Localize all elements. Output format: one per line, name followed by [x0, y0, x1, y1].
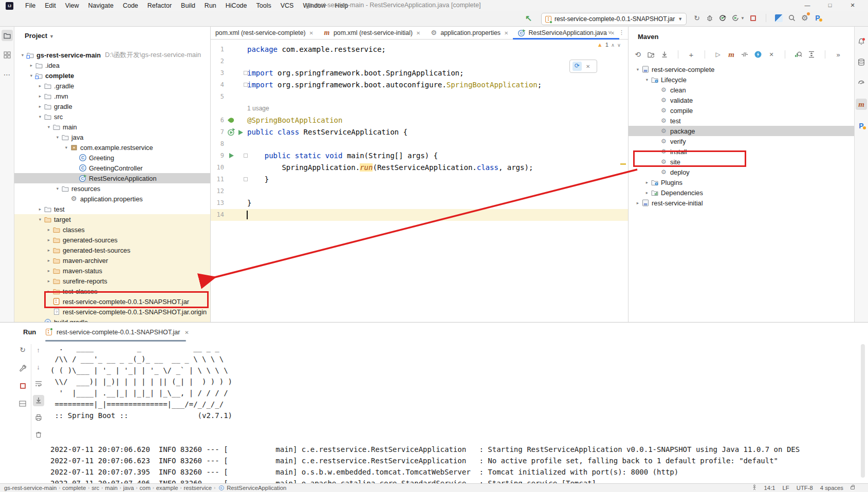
chevron-down-icon[interactable]: ▾	[635, 67, 641, 72]
console-tool-down-icon[interactable]: ↓	[33, 361, 44, 372]
tool-button-more-icon[interactable]: ⋯	[2, 69, 13, 80]
console-output[interactable]: . ____ _ __ _ _ /\\ / ___'_ __ _ _(_)_ _…	[50, 342, 857, 484]
code-line-12[interactable]: 12	[211, 185, 628, 197]
maven-item-site[interactable]: ⚙site	[629, 157, 854, 167]
menu-edit[interactable]: Edit	[40, 1, 61, 10]
chevron-right-icon[interactable]: ▸	[46, 278, 52, 283]
maven-item-verify[interactable]: ⚙verify	[629, 136, 854, 146]
lock-icon[interactable]	[851, 486, 855, 489]
project-item-test-classes[interactable]: ▸test-classes	[14, 286, 210, 296]
chevron-right-icon[interactable]: ▸	[46, 248, 52, 253]
tool-button-maven-m-icon[interactable]: m	[856, 99, 867, 110]
code-line-13[interactable]: 13}	[211, 197, 628, 209]
status-14-1[interactable]: 14:1	[764, 485, 775, 491]
chevron-down-icon[interactable]: ▾	[54, 186, 61, 191]
editor-tab-application.properties[interactable]: ⚙application.properties✕	[425, 27, 513, 39]
close-button[interactable]: ✕	[841, 0, 864, 11]
run-configuration-select[interactable]: rest-service-complete-0.0.1-SNAPSHOT.jar…	[541, 13, 687, 25]
code-line-5[interactable]: 5	[211, 91, 628, 103]
close-icon[interactable]: ✕	[586, 64, 590, 69]
debug-icon[interactable]	[706, 14, 714, 22]
console-tool-trash-icon[interactable]	[33, 429, 44, 440]
chevrons-icon[interactable]: »	[834, 50, 842, 59]
tool-button-structure-icon[interactable]	[2, 49, 13, 61]
maven-m-icon[interactable]: m	[727, 50, 735, 59]
run-goal-icon[interactable]: ▷	[714, 50, 722, 59]
close-icon[interactable]: ✕	[184, 330, 189, 335]
chevron-right-icon[interactable]: ▸	[37, 104, 43, 109]
project-item-.mvn[interactable]: ▸.mvn	[14, 91, 210, 101]
project-item-gradle[interactable]: ▸gradle	[14, 101, 210, 111]
project-panel-header[interactable]: Project▼	[25, 32, 54, 40]
code-line-6[interactable]: 6@SpringBootApplication	[211, 115, 628, 126]
breadcrumb-item-restserviceapplication[interactable]: RestServiceApplication	[227, 485, 286, 491]
run-class-icon[interactable]	[227, 128, 235, 136]
breadcrumb-item-example[interactable]: example	[156, 485, 178, 491]
menu-file[interactable]: File	[21, 1, 40, 10]
maximize-button[interactable]: □	[819, 0, 841, 11]
maven-item-rest-service-complete[interactable]: ▾mrest-service-complete	[629, 64, 854, 74]
editor-tab-restserviceapplication.java[interactable]: CRestServiceApplication.java✕	[513, 27, 619, 39]
chevron-right-icon[interactable]: ▸	[46, 258, 52, 263]
run-tool-rerun-icon[interactable]: ↻	[17, 344, 28, 355]
minimize-button[interactable]: —	[796, 0, 819, 11]
code-line-9[interactable]: 9 public static void main(String[] args)…	[211, 150, 628, 162]
code-line-7[interactable]: 7public class RestServiceApplication {	[211, 126, 628, 138]
project-item-.gradle[interactable]: ▸.gradle	[14, 81, 210, 91]
close-icon[interactable]: ✕	[309, 30, 313, 36]
close-icon[interactable]: ✕	[767, 50, 775, 59]
code-line-10[interactable]: 10 SpringApplication.run(RestServiceAppl…	[211, 162, 628, 174]
menu-vcs[interactable]: VCS	[276, 1, 299, 10]
chevron-right-icon[interactable]: ▸	[46, 268, 52, 273]
code-line-3[interactable]: 3import org.springframework.boot.SpringA…	[211, 67, 628, 79]
project-item-rest-service-complete-0.0.1-snapshot.jar[interactable]: rest-service-complete-0.0.1-SNAPSHOT.jar	[14, 296, 210, 307]
maven-item-rest-service-initial[interactable]: ▸mrest-service-initial	[629, 198, 854, 208]
console-tool-softwrap-icon[interactable]	[33, 378, 44, 389]
project-item-maven-status[interactable]: ▸maven-status	[14, 266, 210, 276]
chevron-down-icon[interactable]: ▾	[54, 135, 61, 140]
project-item-classes[interactable]: ▸classes	[14, 224, 210, 235]
coverage-icon[interactable]	[731, 14, 740, 22]
maven-item-lifecycle[interactable]: ▾Lifecycle	[629, 74, 854, 85]
chevron-down-icon[interactable]: ▾	[644, 77, 650, 82]
maven-item-clean[interactable]: ⚙clean	[629, 85, 854, 95]
search-icon[interactable]	[788, 14, 796, 22]
project-item-maven-archiver[interactable]: ▸maven-archiver	[14, 255, 210, 266]
chevron-right-icon[interactable]: ▸	[37, 206, 43, 212]
prev-warning-icon[interactable]: ∧	[611, 42, 615, 48]
skip-tests-icon[interactable]	[741, 50, 749, 59]
refresh-icon[interactable]: ⟲	[634, 50, 642, 59]
chevron-down-icon[interactable]: ▼	[741, 16, 745, 21]
spring-bean-icon[interactable]	[227, 116, 235, 124]
project-item-gs-rest-service-main[interactable]: ▾gs-rest-service-mainD:\函数开发\gs-rest-ser…	[14, 50, 210, 60]
run-tool-stop-icon[interactable]	[17, 380, 28, 391]
code-line-1[interactable]: 1package com.example.restservice;	[211, 44, 628, 55]
sync-folder-icon[interactable]	[647, 50, 655, 59]
download-icon[interactable]	[660, 50, 669, 59]
run-line-icon[interactable]	[227, 152, 235, 160]
ide-logo-icon[interactable]	[775, 14, 783, 22]
editor-tab-pom.xml-rest-service-complete-[interactable]: pom.xml (rest-service-complete)✕	[211, 27, 318, 39]
rerun-icon[interactable]: ↻	[693, 14, 701, 22]
more-options-icon[interactable]: ⋮	[619, 29, 625, 36]
maven-item-deploy[interactable]: ⚙deploy	[629, 167, 854, 177]
code-line-2[interactable]: 2	[211, 55, 628, 67]
reload-icon[interactable]: ⟳	[572, 62, 582, 71]
breadcrumb-item-src[interactable]: src	[91, 485, 99, 491]
chevron-down-icon[interactable]: ▾	[20, 52, 26, 58]
run-line-icon[interactable]	[236, 128, 245, 137]
editor-tab-pom.xml-rest-service-initial-[interactable]: mpom.xml (rest-service-initial)✕	[318, 27, 425, 39]
run-console-tab[interactable]: rest-service-complete-0.0.1-SNAPSHOT.jar…	[45, 325, 189, 340]
maven-item-plugins[interactable]: ▸Plugins	[629, 177, 854, 187]
chevron-right-icon[interactable]: ▸	[644, 190, 650, 195]
project-item-rest-service-complete-0.0.1-snapshot.jar.origin[interactable]: ?rest-service-complete-0.0.1-SNAPSHOT.ja…	[14, 307, 210, 317]
project-item-build.gradle[interactable]: build.gradle	[14, 317, 210, 322]
project-item-surefire-reports[interactable]: ▸surefire-reports	[14, 276, 210, 286]
chevron-right-icon[interactable]: ▸	[644, 180, 650, 185]
usage-hint-label[interactable]: 1 usage	[247, 103, 269, 115]
menu-navigate[interactable]: Navigate	[84, 1, 118, 10]
console-tool-up-icon[interactable]: ↑	[33, 344, 44, 355]
breadcrumb-item-com[interactable]: com	[139, 485, 150, 491]
maven-item-install[interactable]: ⚙install	[629, 146, 854, 157]
breadcrumb-item-main[interactable]: main	[105, 485, 118, 491]
